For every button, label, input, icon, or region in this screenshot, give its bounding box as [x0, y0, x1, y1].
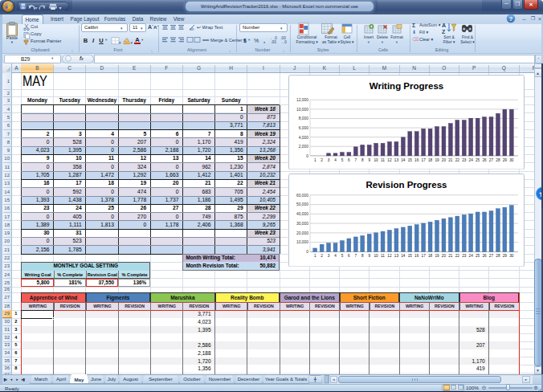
svg-text:▾: ▾ — [35, 6, 38, 10]
svg-text:24: 24 — [468, 157, 473, 161]
svg-text:21: 21 — [448, 157, 453, 161]
svg-text:▾: ▾ — [131, 40, 133, 45]
svg-text:2,000: 2,000 — [298, 145, 308, 149]
svg-text:26: 26 — [482, 157, 487, 161]
svg-text:22: 22 — [455, 157, 459, 161]
svg-text:?: ? — [509, 15, 513, 22]
svg-text:17: 17 — [421, 157, 426, 161]
svg-text:40,000: 40,000 — [296, 212, 308, 216]
svg-text:28: 28 — [496, 157, 500, 161]
svg-text:60,000: 60,000 — [296, 193, 308, 197]
svg-text:13: 13 — [394, 157, 398, 161]
svg-text:7: 7 — [354, 254, 357, 258]
svg-text:30: 30 — [509, 254, 514, 258]
svg-text:18: 18 — [427, 157, 432, 161]
svg-text:▾: ▾ — [59, 6, 62, 10]
svg-text:21: 21 — [448, 254, 453, 258]
svg-text:29: 29 — [502, 254, 507, 258]
svg-text:8: 8 — [361, 254, 363, 258]
svg-text:29: 29 — [502, 157, 507, 161]
svg-text:25: 25 — [476, 157, 480, 161]
svg-text:19: 19 — [435, 254, 439, 258]
svg-text:11: 11 — [381, 157, 385, 161]
svg-text:12: 12 — [387, 157, 392, 161]
svg-text:Writing Progress: Writing Progress — [369, 81, 443, 91]
svg-text:22: 22 — [455, 254, 459, 258]
svg-text:ab: ab — [190, 27, 194, 31]
svg-text:10: 10 — [374, 157, 378, 161]
svg-text:4,000: 4,000 — [298, 135, 308, 139]
svg-text:4: 4 — [334, 157, 337, 161]
svg-text:26: 26 — [482, 254, 487, 258]
svg-text:30: 30 — [509, 157, 514, 161]
svg-text:27: 27 — [488, 254, 493, 258]
svg-text:12: 12 — [387, 254, 392, 258]
svg-text:19: 19 — [435, 157, 439, 161]
svg-text:6: 6 — [348, 254, 350, 258]
svg-text:23: 23 — [462, 157, 467, 161]
svg-text:24: 24 — [468, 254, 473, 258]
svg-text:20: 20 — [441, 157, 446, 161]
svg-text:27: 27 — [488, 157, 493, 161]
svg-text:15: 15 — [407, 254, 412, 258]
svg-text:1: 1 — [313, 254, 316, 258]
svg-text:3: 3 — [327, 254, 329, 258]
svg-text:Revision Progress: Revision Progress — [365, 180, 447, 190]
svg-text:20: 20 — [441, 254, 446, 258]
svg-text:1: 1 — [313, 157, 316, 161]
svg-text:15: 15 — [407, 157, 412, 161]
svg-text:0: 0 — [306, 153, 308, 157]
svg-text:17: 17 — [421, 254, 426, 258]
svg-text:6,000: 6,000 — [298, 125, 308, 129]
svg-text:10: 10 — [374, 254, 378, 258]
svg-text:14: 14 — [401, 254, 406, 258]
svg-text:0: 0 — [306, 250, 308, 254]
svg-text:3: 3 — [327, 157, 329, 161]
svg-text:16: 16 — [414, 157, 419, 161]
svg-text:50,000: 50,000 — [296, 202, 308, 206]
svg-text:5: 5 — [341, 254, 343, 258]
svg-text:30,000: 30,000 — [296, 221, 308, 225]
svg-text:8,000: 8,000 — [298, 116, 308, 120]
svg-text:10,000: 10,000 — [296, 107, 308, 111]
svg-text:A: A — [442, 22, 446, 28]
svg-text:10,000: 10,000 — [296, 240, 308, 244]
svg-text:28: 28 — [496, 254, 500, 258]
svg-text:20,000: 20,000 — [296, 231, 308, 235]
svg-text:4: 4 — [334, 254, 337, 258]
svg-text:16: 16 — [414, 254, 419, 258]
svg-text:14: 14 — [401, 157, 406, 161]
svg-text:▾: ▾ — [119, 40, 121, 45]
svg-text:12,000: 12,000 — [296, 98, 308, 102]
svg-text:25: 25 — [476, 254, 480, 258]
svg-text:6: 6 — [348, 157, 350, 161]
svg-text:8: 8 — [361, 157, 363, 161]
svg-text:23: 23 — [462, 254, 467, 258]
svg-text:11: 11 — [381, 254, 385, 258]
svg-text:2: 2 — [320, 157, 323, 161]
svg-text:7: 7 — [354, 157, 357, 161]
svg-text:13: 13 — [394, 254, 398, 258]
svg-text:5: 5 — [341, 157, 343, 161]
svg-text:18: 18 — [427, 254, 432, 258]
svg-text:2: 2 — [320, 254, 323, 258]
svg-text:9: 9 — [368, 157, 370, 161]
svg-text:9: 9 — [368, 254, 370, 258]
